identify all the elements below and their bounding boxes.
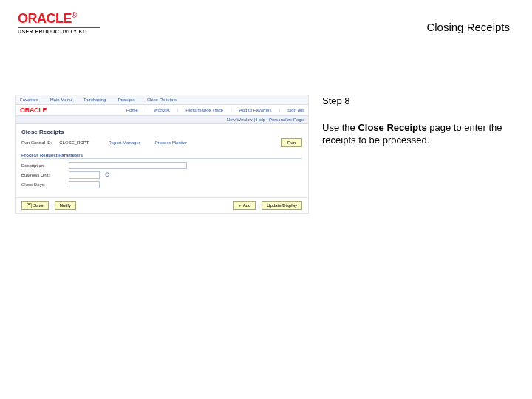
runctl-label: Run Control ID:: [21, 140, 52, 145]
description-input[interactable]: [69, 162, 187, 169]
param-label: Business Unit:: [21, 173, 64, 177]
app-topnav: Home| Worklist| Performance Trace| Add t…: [126, 108, 304, 112]
step-label: Step 8: [322, 95, 517, 108]
page-action-link[interactable]: Personalize Page: [269, 117, 304, 122]
section-header: Process Request Parameters: [21, 153, 302, 159]
param-row-close-days: Close Days:: [21, 181, 302, 188]
svg-line-1: [109, 176, 110, 177]
screenshot-panel: Favorites Main Menu Purchasing Receipts …: [15, 95, 309, 214]
page-action-link[interactable]: New Window: [227, 117, 253, 122]
add-button[interactable]: + Add: [233, 201, 256, 210]
lookup-icon[interactable]: [104, 171, 112, 179]
nav-link[interactable]: Home: [126, 108, 138, 112]
save-button[interactable]: Save: [21, 201, 49, 210]
plus-icon: +: [239, 202, 242, 209]
process-monitor-link[interactable]: Process Monitor: [155, 140, 187, 145]
oracle-logo-text: ORACLE: [18, 11, 72, 26]
notify-button-label: Notify: [60, 202, 71, 209]
run-control-row: Run Control ID: CLOSE_RCPT Report Manage…: [16, 138, 308, 151]
brand-block: ORACLE® USER PRODUCTIVITY KIT: [18, 12, 100, 34]
instruction-text-before: Use the: [322, 122, 358, 133]
svg-point-0: [106, 173, 109, 177]
nav-link[interactable]: Add to Favorites: [239, 108, 272, 112]
notify-button[interactable]: Notify: [55, 201, 76, 210]
param-label: Description:: [21, 163, 64, 168]
add-button-label: Add: [243, 202, 251, 209]
instruction-panel: Step 8 Use the Close Receipts page to en…: [322, 95, 517, 214]
breadcrumb-bar: Favorites Main Menu Purchasing Receipts …: [16, 95, 308, 105]
save-button-label: Save: [33, 202, 44, 209]
save-icon: [27, 203, 32, 208]
brand-divider: [18, 27, 100, 28]
parameters-grid: Description: Business Unit: Close Days:: [16, 159, 308, 193]
update-button[interactable]: Update/Display: [262, 201, 302, 210]
nav-link[interactable]: Performance Trace: [185, 108, 223, 112]
page-title: Closing Receipts: [426, 21, 510, 33]
business-unit-input[interactable]: [69, 171, 100, 179]
nav-link[interactable]: Sign out: [287, 108, 304, 112]
breadcrumb-item[interactable]: Favorites: [20, 98, 38, 102]
app-page-title-block: Close Receipts: [16, 124, 308, 138]
param-row-description: Description:: [21, 162, 302, 169]
app-footer: Save Notify + Add Update/Display: [16, 197, 308, 213]
app-header: ORACLE Home| Worklist| Performance Trace…: [16, 105, 308, 115]
param-row-business-unit: Business Unit:: [21, 171, 302, 179]
app-window: Favorites Main Menu Purchasing Receipts …: [15, 95, 309, 214]
run-button[interactable]: Run: [281, 138, 302, 147]
oracle-logo: ORACLE®: [18, 12, 100, 25]
brand-subtitle: USER PRODUCTIVITY KIT: [18, 29, 100, 34]
instruction-text: Use the Close Receipts page to enter the…: [322, 121, 517, 147]
breadcrumb-item[interactable]: Receipts: [117, 98, 134, 102]
breadcrumb-item[interactable]: Purchasing: [83, 98, 106, 102]
param-label: Close Days:: [21, 183, 64, 187]
breadcrumb-item[interactable]: Close Receipts: [147, 98, 177, 102]
runctl-value: CLOSE_RCPT: [59, 140, 89, 145]
instruction-bold: Close Receipts: [358, 122, 426, 133]
nav-link[interactable]: Worklist: [154, 108, 169, 112]
report-manager-link[interactable]: Report Manager: [108, 140, 140, 145]
page-actions-strip: New Window | Help | Personalize Page: [16, 115, 308, 124]
app-brand-logo: ORACLE: [20, 106, 47, 114]
breadcrumb-item[interactable]: Main Menu: [50, 98, 72, 102]
app-page-title: Close Receipts: [21, 129, 64, 135]
update-button-label: Update/Display: [267, 202, 297, 209]
page-action-link[interactable]: Help: [256, 117, 265, 122]
svg-rect-3: [28, 203, 30, 205]
close-days-input[interactable]: [69, 181, 100, 188]
